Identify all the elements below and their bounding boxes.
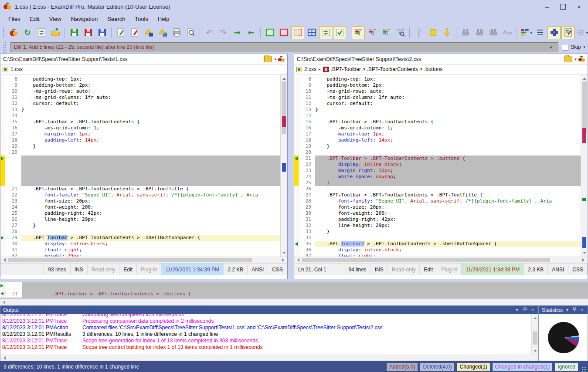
code-line[interactable] <box>0 180 280 186</box>
current-diff-line[interactable] <box>0 282 588 290</box>
drag-grip[interactable] <box>3 27 5 38</box>
code-line[interactable]: 35 .BPT-Toolbar2 > .BPT-ToolbarContents … <box>294 241 581 247</box>
code-line[interactable]: 13} <box>294 107 581 113</box>
code-line[interactable]: 32 line-height: 29px; <box>294 223 581 229</box>
chevron-down-icon[interactable]: ▾ <box>514 308 520 312</box>
code-line[interactable]: 34 <box>294 235 581 241</box>
code-line[interactable]: 24 font-weight: 200; <box>0 204 280 210</box>
plugins-button[interactable] <box>547 26 561 39</box>
menu-help[interactable]: Help <box>153 14 174 24</box>
code-line[interactable]: 9 padding-bottom: 2px; <box>0 82 280 88</box>
output-log-row[interactable]: 8/12/2023 3:12:01 PMTraceScope tree cont… <box>0 344 531 351</box>
skip-checkbox[interactable] <box>562 44 568 51</box>
code-line[interactable]: 20 <box>294 149 581 156</box>
find-prev-button[interactable] <box>487 26 500 39</box>
code-line[interactable] <box>0 162 280 168</box>
current-diff-line[interactable]: 21 .BPT-Toolbar > .BPT-ToolbarContents >… <box>0 290 588 298</box>
code-line[interactable]: 17 margin-top: 1px; <box>0 131 280 137</box>
code-line[interactable]: 9 padding-bottom: 2px; <box>294 82 581 88</box>
undo-button[interactable]: ↶ <box>203 26 216 39</box>
code-line[interactable]: 23 font-size: 20px; <box>0 198 280 204</box>
code-line[interactable]: 37 float: right; <box>294 253 581 257</box>
code-line[interactable]: 23 margin-right: 10px; <box>294 168 581 174</box>
code-line[interactable]: 12 cursor: default; <box>0 101 280 107</box>
menu-edit[interactable]: Edit <box>25 14 44 24</box>
menu-tools[interactable]: Tools <box>130 14 153 24</box>
code-line[interactable]: 31 padding-right: 42px; <box>294 216 581 223</box>
save-as-first-button[interactable] <box>142 26 155 39</box>
pin-icon[interactable] <box>572 307 578 313</box>
browse-folder-icon[interactable] <box>264 56 272 62</box>
recompare-swap-button[interactable] <box>35 26 48 39</box>
save-second-button[interactable] <box>82 26 95 39</box>
open-folder-button[interactable] <box>49 26 62 39</box>
current-difference-button[interactable] <box>426 26 439 39</box>
filter-search-button[interactable] <box>394 26 407 39</box>
code-line[interactable]: 33 } <box>294 229 581 235</box>
code-line[interactable]: 18 padding-left: 14px; <box>0 137 280 143</box>
output-log-row[interactable]: 8/12/2023 3:12:01 PMResults3 differences… <box>0 331 531 338</box>
show-grid-button[interactable] <box>305 26 318 39</box>
code-line[interactable]: 27 } <box>0 223 280 229</box>
menu-files[interactable]: Files <box>3 14 25 24</box>
code-line[interactable]: 36 display: inline-block; <box>294 247 581 253</box>
code-line[interactable]: 13} <box>0 107 280 113</box>
find-next-button[interactable] <box>473 26 486 39</box>
match-case-button[interactable]: AAB <box>501 26 514 39</box>
code-line[interactable] <box>0 174 280 180</box>
code-line[interactable]: 30 display: inline-block; <box>0 241 280 247</box>
code-line[interactable]: 16 -ms-grid-column: 1; <box>0 125 280 131</box>
current-diff-hscrollbar[interactable] <box>0 298 588 305</box>
save-both-button[interactable] <box>95 26 109 39</box>
code-line[interactable] <box>0 168 280 174</box>
code-line[interactable]: 8 padding-top: 1px; <box>0 76 280 82</box>
code-line[interactable]: 28 <box>0 229 280 235</box>
edit-options-button[interactable] <box>561 26 574 39</box>
filter-all-button[interactable] <box>352 26 365 39</box>
chevron-down-icon[interactable]: ▾ <box>574 57 577 61</box>
code-line[interactable]: 29 .BPT-Toolbar > .BPT-ToolbarContents >… <box>0 235 280 241</box>
save-first-button[interactable] <box>68 26 81 39</box>
minimize-button[interactable]: – <box>545 3 549 10</box>
code-line[interactable]: 21 .BPT-Toolbar > .BPT-ToolbarContents >… <box>294 156 581 162</box>
chevron-down-icon[interactable]: ▾ <box>564 308 570 312</box>
first-file-hscrollbar[interactable] <box>0 257 287 263</box>
menu-search[interactable]: Search <box>102 14 130 24</box>
code-line[interactable]: 10 -ms-grid-rows: auto; <box>0 88 280 95</box>
menu-navigation[interactable]: Navigation <box>66 14 102 24</box>
second-file-hscrollbar[interactable] <box>294 257 588 263</box>
chevron-down-icon[interactable]: ▾ <box>547 45 555 50</box>
output-log-row[interactable]: 8/12/2023 3:12:01 PMTraceComparing files… <box>0 314 531 318</box>
edit-first-button[interactable] <box>114 26 127 39</box>
copy-to-second-button[interactable]: → <box>231 26 244 39</box>
filter-deleted-button[interactable] <box>366 26 379 39</box>
breadcrumb-item[interactable]: .BPT-Toolbar > .BPT-ToolbarContents > .b… <box>331 66 443 72</box>
output-log-row[interactable]: 8/12/2023 3:12:01 PMActionCompared files… <box>0 325 531 331</box>
copy-to-first-button[interactable]: ← <box>245 26 258 39</box>
settings-button[interactable]: ▾ <box>575 26 588 39</box>
code-line[interactable]: 28 font-family: "Segoe UI", Arial, sans-… <box>294 198 581 204</box>
compare-fruit-icon[interactable] <box>278 56 285 62</box>
code-line[interactable]: 27 .BPT-Toolbar > .BPT-ToolbarContents >… <box>294 192 581 198</box>
show-first-only-button[interactable] <box>263 26 276 39</box>
output-hscrollbar[interactable] <box>0 355 538 361</box>
output-log-row[interactable]: 8/12/2023 3:12:01 PMTraceScope tree gene… <box>0 338 531 344</box>
code-line[interactable]: 19 } <box>0 143 280 149</box>
close-button[interactable]: × <box>577 3 581 10</box>
code-line[interactable]: 11 -ms-grid-columns: 1fr auto; <box>294 95 581 101</box>
code-line[interactable]: 19 } <box>294 143 581 149</box>
browse-folder-icon[interactable] <box>564 56 572 62</box>
code-line[interactable] <box>0 156 280 162</box>
code-line[interactable]: 18 padding-left: 14px; <box>294 137 581 143</box>
maximize-button[interactable] <box>560 4 566 10</box>
code-line[interactable]: 31 float: right; <box>0 247 280 253</box>
chevron-down-icon[interactable]: ▾ <box>274 57 276 61</box>
save-as-second-button[interactable] <box>156 26 169 39</box>
code-line[interactable]: 15 .BPT-Toolbar > .BPT-ToolbarContents { <box>294 119 581 125</box>
pin-icon[interactable] <box>522 307 528 313</box>
first-file-vscrollbar[interactable] <box>280 74 287 257</box>
code-line[interactable]: 26 line-height: 29px; <box>0 216 280 223</box>
code-line[interactable]: 22 display: inline-block; <box>294 162 581 168</box>
code-line[interactable]: 15 .BPT-Toolbar > .BPT-ToolbarContents { <box>0 119 280 125</box>
close-icon[interactable]: × <box>530 308 536 312</box>
